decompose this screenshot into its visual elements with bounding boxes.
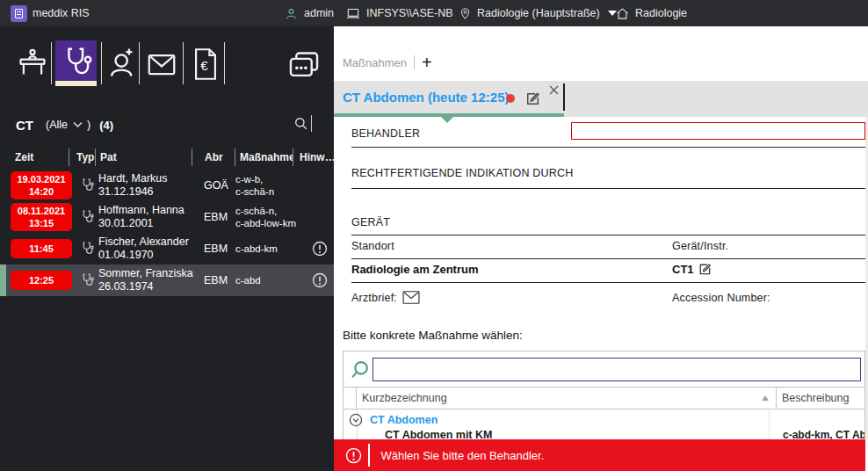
col-hinweis[interactable]: Hinw…: [293, 149, 334, 166]
tab-group-label: Maßnahmen: [343, 56, 407, 69]
picker-item-row[interactable]: CT Abdomen mit KM c-abd-km, CT Abd: [344, 428, 864, 439]
expand-group-icon: [349, 413, 363, 427]
billing-euro-document-icon: €: [192, 45, 220, 83]
col-beschreibung[interactable]: Beschreibung: [776, 388, 864, 409]
edit-tab-button[interactable]: [524, 90, 541, 111]
picker-table-body: CT Abdomen CT Abdomen mit KM c-abd-km, C…: [343, 409, 865, 439]
location-name: Radiologie (Hauptstraße): [477, 7, 600, 19]
workstation-name: INFSYS\\ASE-NB: [366, 7, 453, 19]
massnahme-codes: c-w-b, c-schä-n: [235, 173, 306, 199]
col-abr[interactable]: Abr: [192, 149, 235, 166]
edit-icon: [697, 261, 712, 277]
standort-value: Radiologie am Zentrum: [351, 263, 478, 276]
stethoscope-icon: [61, 45, 92, 76]
add-tab-button[interactable]: +: [422, 54, 432, 70]
picker-group-row[interactable]: CT Abdomen: [344, 411, 864, 428]
patient-name: Hardt, Markus: [98, 172, 200, 185]
alert-message: Wählen Sie bitte den Behandler.: [381, 449, 545, 462]
edit-geraet-button[interactable]: [697, 261, 712, 280]
patient-dob: 01.04.1970: [98, 249, 200, 262]
arztbrief-mail-button[interactable]: [401, 290, 421, 308]
user-icon: [284, 6, 299, 21]
validation-alert-bar: Wählen Sie bitte den Behandler.: [334, 439, 865, 471]
tab-ct-abdomen[interactable]: CT Abdomen (heute 12:25): [334, 81, 564, 117]
divider: [351, 258, 865, 259]
time-badge: 19.03.202114:20: [11, 171, 72, 200]
chevron-down-icon: [73, 121, 83, 128]
behandler-input[interactable]: [571, 122, 865, 140]
selected-row-indicator: [0, 264, 6, 296]
user-menu[interactable]: admin: [284, 0, 334, 26]
group-label: CT Abdomen: [370, 414, 438, 426]
card-stack-icon: [287, 49, 321, 81]
meddix-logo-icon: [11, 5, 27, 22]
divider: [351, 282, 865, 283]
alert-icon: [345, 447, 362, 464]
stethoscope-icon: [80, 272, 94, 286]
table-row[interactable]: 19.03.202114:20 Hardt, Markus31.12.1946 …: [0, 170, 334, 201]
table-row-selected[interactable]: 12:25 Sommer, Franziska26.03.1974 EBM c-…: [0, 264, 334, 296]
abrechnung: EBM: [200, 243, 235, 255]
worklist-panel: € CT (Alle ) (4) Zeit Typ Pat Abr Maßnah…: [0, 26, 334, 471]
massnahmen-panel: Maßnahmen + CT Abdomen (heute 12:25) BEH…: [334, 26, 868, 471]
arztbrief-label: Arztbrief:: [351, 292, 397, 304]
close-tab-button[interactable]: [548, 83, 560, 99]
indikation-label: RECHTFERTIGENDE INDIKATION DURCH: [351, 167, 573, 179]
divider: [351, 147, 865, 148]
warning-icon: [312, 272, 328, 288]
search-icon: [293, 116, 308, 131]
sort-ascending-icon: [762, 395, 769, 401]
col-massnahme[interactable]: Maßnahme: [235, 149, 293, 166]
worklist-search-button[interactable]: [293, 116, 308, 134]
toolbar-divider: [101, 42, 102, 84]
accession-label: Accession Number:: [672, 292, 770, 304]
patient-add-button[interactable]: [104, 46, 141, 83]
mail-icon: [146, 50, 177, 79]
card-stack-button[interactable]: [286, 47, 322, 83]
stethoscope-icon: [80, 209, 94, 223]
mail-icon: [401, 290, 421, 305]
app-title: meddix RIS: [33, 7, 90, 19]
worklist-title: CT (Alle ) (4): [16, 114, 113, 135]
table-row[interactable]: 08.11.202113:15 Hoffmann, Hanna30.01.200…: [0, 201, 334, 233]
home-department[interactable]: Radiologie: [615, 0, 687, 26]
divider: [351, 188, 865, 189]
time-badge: 08.11.202113:15: [11, 203, 72, 232]
location-selector[interactable]: Radiologie (Hauptstraße): [459, 0, 617, 26]
toolbar-divider: [183, 42, 184, 84]
billing-button[interactable]: €: [190, 43, 221, 85]
expander-column: [344, 388, 357, 409]
reception-desk-button[interactable]: [14, 46, 51, 83]
filter-dropdown[interactable]: (Alle ): [46, 119, 90, 131]
mail-button[interactable]: [144, 47, 179, 81]
patient-dob: 26.03.1974: [98, 280, 200, 293]
divider: [414, 55, 415, 69]
massnahme-search-input[interactable]: [373, 358, 861, 381]
workstation-menu[interactable]: INFSYS\\ASE-NB: [345, 0, 453, 26]
col-pat[interactable]: Pat: [95, 149, 192, 166]
reception-desk-icon: [16, 47, 49, 81]
time-badge: 11:45: [11, 239, 72, 258]
item-description: c-abd-km, CT Abd: [783, 429, 865, 439]
massnahme-codes: c-abd-km: [235, 243, 306, 255]
toolbar-divider: [139, 42, 140, 84]
edit-icon: [524, 90, 541, 107]
patient-add-icon: [105, 47, 139, 81]
patient-name: Fischer, Alexander: [98, 236, 200, 249]
euro-glyph: €: [200, 58, 208, 73]
modality-label: CT: [16, 118, 33, 133]
geraet-instr-label: Gerät/Instr.: [672, 240, 728, 252]
massnahme-codes: c-schä-n, c-abd-low-km: [235, 205, 306, 230]
warning-icon: [312, 241, 328, 257]
table-row[interactable]: 11:45 Fischer, Alexander01.04.1970 EBM c…: [0, 233, 334, 264]
stethoscope-icon: [80, 178, 94, 192]
stethoscope-button-active[interactable]: [55, 40, 97, 81]
home-icon: [615, 6, 630, 21]
geraet-value: CT1: [672, 263, 694, 276]
col-typ[interactable]: Typ: [69, 149, 95, 166]
laptop-icon: [345, 6, 361, 21]
picker-table-header: Kurzbezeichnung Beschreibung: [343, 388, 865, 409]
patient-dob: 30.01.2001: [98, 217, 200, 230]
col-kurzbezeichnung[interactable]: Kurzbezeichnung: [357, 388, 776, 409]
col-zeit[interactable]: Zeit: [11, 149, 69, 166]
